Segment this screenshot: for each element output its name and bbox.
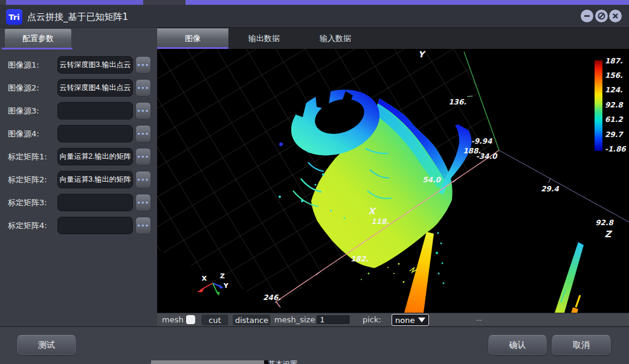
view-panel: 图像 输出数据 输入数据 xyxy=(157,27,629,326)
tab-output-data[interactable]: 输出数据 xyxy=(228,28,300,49)
fragment-streaks xyxy=(555,242,584,313)
mesh-label: mesh xyxy=(162,315,184,324)
z-axis-tick xyxy=(549,178,550,183)
browse-button-matrix1[interactable]: ••• xyxy=(135,148,151,165)
browse-button-source1[interactable]: ••• xyxy=(135,56,151,74)
minimize-button[interactable] xyxy=(581,10,593,22)
active-tab-underline xyxy=(2,48,73,49)
cut-button[interactable]: cut xyxy=(201,314,229,326)
browse-button-matrix3[interactable]: ••• xyxy=(135,194,151,211)
browse-button-matrix4[interactable]: ••• xyxy=(135,217,151,234)
field-input-source2[interactable] xyxy=(57,79,133,97)
config-panel: 配置参数 图像源1: ••• 图像源2: ••• 图像源3: ••• 图像源4:… xyxy=(0,27,157,326)
colorbar-label: 61.2 xyxy=(605,115,629,124)
triad-z-label: Z xyxy=(220,272,225,280)
field-label-source2: 图像源2: xyxy=(8,79,56,97)
field-input-matrix1[interactable] xyxy=(57,148,133,165)
triad-y-label: Y xyxy=(223,282,229,290)
field-label-matrix4: 标定矩阵4: xyxy=(8,217,56,234)
field-label-source3: 图像源3: xyxy=(8,102,56,120)
field-label-source4: 图像源4: xyxy=(8,125,56,142)
colorbar-label: 156. xyxy=(605,71,629,80)
browse-button-matrix2[interactable]: ••• xyxy=(135,171,151,188)
pointcloud-scene: Y 136. -9.94 188. -34.0 54.0 X 118. 182.… xyxy=(157,49,629,313)
viewer-toolbar: mesh cut distance mesh_size: pick: none … xyxy=(157,313,629,327)
field-input-matrix3[interactable] xyxy=(57,194,133,211)
disable-button[interactable] xyxy=(595,10,608,22)
x-tick-label-3: 182. xyxy=(350,255,369,263)
origin-label-3: -34.0 xyxy=(476,152,498,161)
field-input-source4[interactable] xyxy=(57,125,133,142)
field-input-matrix2[interactable] xyxy=(57,171,133,188)
browse-button-source2[interactable]: ••• xyxy=(135,79,151,97)
window-title: 点云拼接_基于已知矩阵1 xyxy=(27,11,128,23)
orientation-triad: X Z Y xyxy=(197,272,229,296)
y-tick-label: 136. xyxy=(448,98,466,106)
pick-label: pick: xyxy=(363,315,381,324)
confirm-button[interactable]: 确认 xyxy=(488,335,547,355)
x-tick-label-4: 246. xyxy=(263,293,281,302)
top-accent-strip xyxy=(0,0,629,5)
background-window-bar xyxy=(151,360,264,364)
strip-segment xyxy=(0,0,6,5)
app-logo: Tri xyxy=(6,9,22,25)
minimize-icon xyxy=(583,12,591,20)
field-label-matrix1: 标定矩阵1: xyxy=(8,148,56,165)
tab-config-params[interactable]: 配置参数 xyxy=(5,29,71,48)
colorbar-label: 124. xyxy=(605,85,629,95)
field-label-source1: 图像源1: xyxy=(8,56,56,74)
test-button[interactable]: 测试 xyxy=(17,335,76,355)
colorbar-label: -1.86 xyxy=(605,144,629,154)
x-tick-label-2: 118. xyxy=(371,217,389,226)
z-axis-line xyxy=(499,150,629,222)
colorbar xyxy=(595,60,602,151)
colorbar-label: 92.8 xyxy=(605,100,629,110)
colorbar-label: 187. xyxy=(605,56,629,66)
tab-input-data[interactable]: 输入数据 xyxy=(300,28,371,49)
distance-button[interactable]: distance xyxy=(232,314,271,326)
cancel-button[interactable]: 取消 xyxy=(552,335,611,355)
footer-bar: 测试 确认 取消 xyxy=(0,326,629,364)
colorbar-label: 29.7 xyxy=(605,130,629,139)
title-bar: Tri 点云拼接_基于已知矩阵1 xyxy=(0,5,629,27)
triad-x-label: X xyxy=(202,275,207,283)
mesh-size-input[interactable] xyxy=(316,315,350,325)
field-input-source1[interactable] xyxy=(57,56,133,74)
mesh-checkbox[interactable] xyxy=(186,315,195,324)
strip-segment xyxy=(6,0,143,5)
close-icon xyxy=(611,12,619,20)
field-label-matrix3: 标定矩阵3: xyxy=(8,194,56,211)
origin-label-1: -9.94 xyxy=(471,137,492,145)
browse-button-source3[interactable]: ••• xyxy=(135,102,151,120)
browse-button-source4[interactable]: ••• xyxy=(135,125,151,142)
strip-segment xyxy=(143,0,185,5)
field-input-source3[interactable] xyxy=(57,102,133,120)
tab-image[interactable]: 图像 xyxy=(157,28,228,49)
mesh-size-label: mesh_size: xyxy=(274,315,318,324)
field-label-matrix2: 标定矩阵2: xyxy=(8,171,56,188)
toolbar-status: -- xyxy=(476,315,482,324)
slash-circle-icon xyxy=(598,12,605,20)
z-tick-label-2: 92.8 xyxy=(595,219,614,227)
z-tick-label-1: 29.4 xyxy=(541,185,559,193)
close-button[interactable] xyxy=(609,10,622,22)
chevron-down-icon xyxy=(418,318,425,322)
background-window-tab: 基本设置 xyxy=(268,360,323,364)
pick-select[interactable]: none xyxy=(392,314,429,326)
pointcloud-viewport[interactable]: Y 136. -9.94 188. -34.0 54.0 X 118. 182.… xyxy=(157,49,629,313)
z-axis-label: Z xyxy=(605,229,613,240)
background-window-gap xyxy=(264,360,268,364)
pick-select-value: none xyxy=(395,316,414,325)
x-tick-label-1: 54.0 xyxy=(422,176,441,184)
field-input-matrix4[interactable] xyxy=(57,217,133,234)
